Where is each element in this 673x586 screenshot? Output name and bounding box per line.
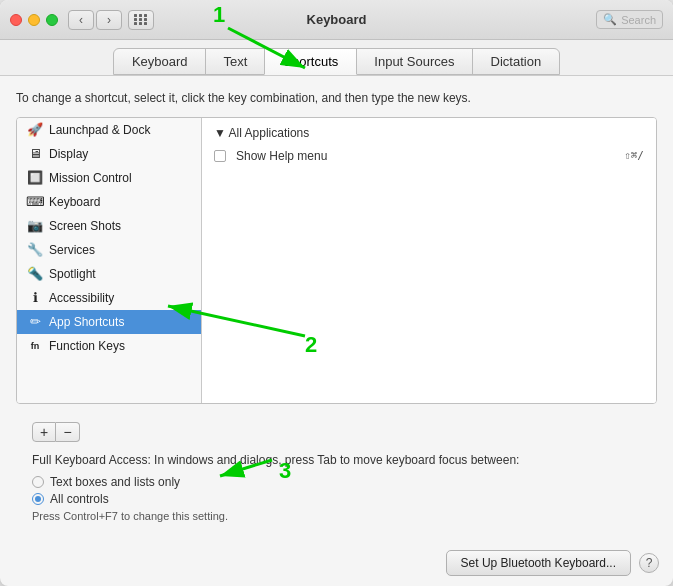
nav-buttons: ‹ › xyxy=(68,10,122,30)
tabs-bar: Keyboard Text Shortcuts Input Sources Di… xyxy=(0,40,673,76)
sidebar-item-keyboard[interactable]: ⌨ Keyboard xyxy=(17,190,201,214)
forward-button[interactable]: › xyxy=(96,10,122,30)
sidebar-item-display[interactable]: 🖥 Display xyxy=(17,142,201,166)
accessibility-icon: ℹ xyxy=(27,290,43,306)
radio-all-controls-label: All controls xyxy=(50,492,109,506)
radio-text-boxes[interactable]: Text boxes and lists only xyxy=(32,475,641,489)
titlebar: ‹ › Keyboard 🔍 Search xyxy=(0,0,673,40)
minimize-button[interactable] xyxy=(28,14,40,26)
help-button[interactable]: ? xyxy=(639,553,659,573)
sidebar-item-launchpad[interactable]: 🚀 Launchpad & Dock xyxy=(17,118,201,142)
add-shortcut-button[interactable]: + xyxy=(32,422,56,442)
add-remove-buttons: + − xyxy=(32,422,641,442)
screenshots-icon: 📷 xyxy=(27,218,43,234)
spotlight-icon: 🔦 xyxy=(27,266,43,282)
display-icon: 🖥 xyxy=(27,146,43,162)
launchpad-icon: 🚀 xyxy=(27,122,43,138)
shortcut-table: Show Help menu ⇧⌘/ xyxy=(202,144,656,403)
press-note: Press Control+F7 to change this setting. xyxy=(32,510,641,522)
radio-all-controls-circle[interactable] xyxy=(32,493,44,505)
keyboard-icon: ⌨ xyxy=(27,194,43,210)
radio-text-boxes-circle[interactable] xyxy=(32,476,44,488)
maximize-button[interactable] xyxy=(46,14,58,26)
group-header: ▼ All Applications xyxy=(202,118,656,144)
right-panel: ▼ All Applications Show Help menu ⇧⌘/ xyxy=(202,118,656,403)
radio-all-controls[interactable]: All controls xyxy=(32,492,641,506)
search-placeholder: Search xyxy=(621,14,656,26)
footer: Set Up Bluetooth Keyboard... ? xyxy=(0,542,673,586)
grid-button[interactable] xyxy=(128,10,154,30)
remove-shortcut-button[interactable]: − xyxy=(56,422,80,442)
shortcut-label: Show Help menu xyxy=(236,149,614,163)
close-button[interactable] xyxy=(10,14,22,26)
instructions-text: To change a shortcut, select it, click t… xyxy=(16,90,657,107)
sidebar-item-app-shortcuts[interactable]: ✏ App Shortcuts xyxy=(17,310,201,334)
traffic-lights xyxy=(10,14,58,26)
services-icon: 🔧 xyxy=(27,242,43,258)
radio-text-boxes-label: Text boxes and lists only xyxy=(50,475,180,489)
tab-input-sources[interactable]: Input Sources xyxy=(355,48,473,75)
shortcut-keys: ⇧⌘/ xyxy=(624,149,644,162)
tab-text[interactable]: Text xyxy=(205,48,267,75)
bottom-panel: + − Full Keyboard Access: In windows and… xyxy=(16,414,657,532)
shortcut-checkbox[interactable] xyxy=(214,150,226,162)
app-shortcuts-icon: ✏ xyxy=(27,314,43,330)
sidebar: 🚀 Launchpad & Dock 🖥 Display 🔲 Mission C… xyxy=(17,118,202,403)
window-title: Keyboard xyxy=(307,12,367,27)
shortcut-row: Show Help menu ⇧⌘/ xyxy=(202,144,656,168)
function-keys-icon: fn xyxy=(27,338,43,354)
content-area: To change a shortcut, select it, click t… xyxy=(0,76,673,542)
grid-icon xyxy=(134,14,148,25)
mission-control-icon: 🔲 xyxy=(27,170,43,186)
back-button[interactable]: ‹ xyxy=(68,10,94,30)
search-box[interactable]: 🔍 Search xyxy=(596,10,663,29)
sidebar-item-mission-control[interactable]: 🔲 Mission Control xyxy=(17,166,201,190)
search-icon: 🔍 xyxy=(603,13,617,26)
sidebar-item-function-keys[interactable]: fn Function Keys xyxy=(17,334,201,358)
keyboard-access-label: Full Keyboard Access: In windows and dia… xyxy=(32,452,641,469)
tab-shortcuts[interactable]: Shortcuts xyxy=(264,48,357,75)
tab-keyboard[interactable]: Keyboard xyxy=(113,48,207,75)
sidebar-item-screenshots[interactable]: 📷 Screen Shots xyxy=(17,214,201,238)
bluetooth-keyboard-button[interactable]: Set Up Bluetooth Keyboard... xyxy=(446,550,631,576)
keyboard-access-section: Full Keyboard Access: In windows and dia… xyxy=(32,452,641,522)
tab-dictation[interactable]: Dictation xyxy=(472,48,561,75)
main-panel: 🚀 Launchpad & Dock 🖥 Display 🔲 Mission C… xyxy=(16,117,657,404)
sidebar-item-services[interactable]: 🔧 Services xyxy=(17,238,201,262)
sidebar-item-accessibility[interactable]: ℹ Accessibility xyxy=(17,286,201,310)
sidebar-item-spotlight[interactable]: 🔦 Spotlight xyxy=(17,262,201,286)
